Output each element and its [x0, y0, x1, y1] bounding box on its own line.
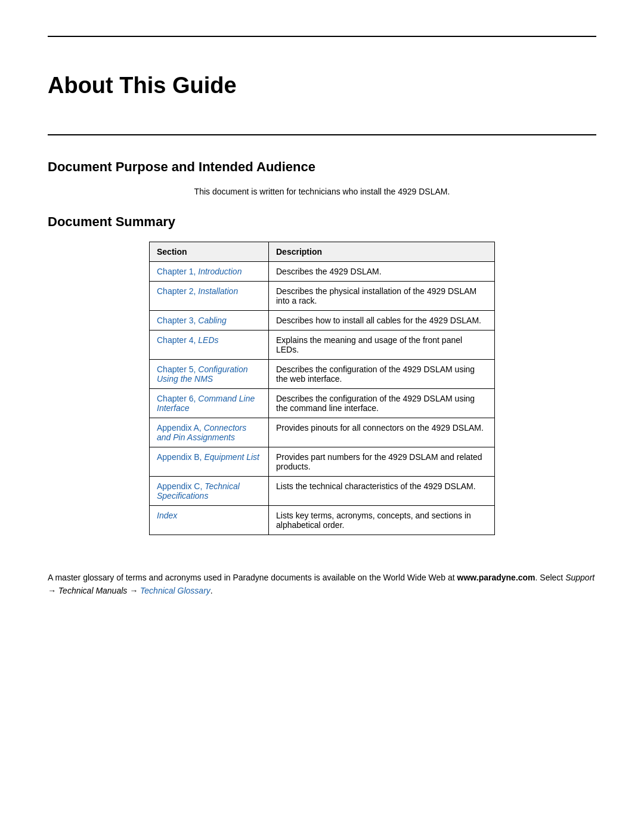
table-header-row: Section Description	[150, 242, 495, 262]
section-link-7[interactable]: Equipment List	[204, 452, 259, 462]
footer-note-paragraph: A master glossary of terms and acronyms …	[48, 571, 596, 598]
footer-note-text2: . Select	[535, 573, 566, 582]
table-row: Chapter 1, IntroductionDescribes the 492…	[150, 262, 495, 282]
technical-glossary-link[interactable]: Technical Glossary	[140, 586, 210, 595]
section-link-2[interactable]: Cabling	[198, 316, 226, 325]
table-row: Chapter 6, Command Line InterfaceDescrib…	[150, 389, 495, 418]
table-cell-section-4: Chapter 5, Configuration Using the NMS	[150, 360, 269, 389]
table-cell-description-7: Provides part numbers for the 4929 DSLAM…	[269, 447, 495, 477]
table-row: Appendix B, Equipment ListProvides part …	[150, 447, 495, 477]
table-cell-section-6: Appendix A, Connectors and Pin Assignmen…	[150, 418, 269, 447]
section-prefix-7: Appendix B,	[157, 452, 204, 462]
table-row: Appendix A, Connectors and Pin Assignmen…	[150, 418, 495, 447]
col-description-header: Description	[269, 242, 495, 262]
table-row: Chapter 2, InstallationDescribes the phy…	[150, 282, 495, 311]
table-row: Appendix C, Technical SpecificationsList…	[150, 477, 495, 506]
title-section: About This Guide	[0, 37, 644, 134]
footer-note-text1: A master glossary of terms and acronyms …	[48, 573, 457, 582]
table-cell-description-5: Describes the configuration of the 4929 …	[269, 389, 495, 418]
table-row: Chapter 3, CablingDescribes how to insta…	[150, 311, 495, 330]
section-prefix-4: Chapter 5,	[157, 365, 198, 374]
purpose-heading: Document Purpose and Intended Audience	[48, 159, 596, 175]
summary-table: Section Description Chapter 1, Introduct…	[149, 242, 495, 535]
footer-note-text3: .	[210, 586, 213, 595]
table-cell-section-2: Chapter 3, Cabling	[150, 311, 269, 330]
page: About This Guide Document Purpose and In…	[0, 36, 644, 834]
footer-note: A master glossary of terms and acronyms …	[0, 559, 644, 610]
section-link-9[interactable]: Index	[157, 511, 177, 520]
section-link-0[interactable]: Introduction	[198, 267, 242, 276]
table-cell-section-5: Chapter 6, Command Line Interface	[150, 389, 269, 418]
table-cell-description-3: Explains the meaning and usage of the fr…	[269, 330, 495, 360]
table-cell-description-0: Describes the 4929 DSLAM.	[269, 262, 495, 282]
summary-heading: Document Summary	[48, 214, 596, 230]
table-cell-description-4: Describes the configuration of the 4929 …	[269, 360, 495, 389]
section-link-3[interactable]: LEDs	[198, 335, 218, 345]
table-cell-description-9: Lists key terms, acronyms, concepts, and…	[269, 506, 495, 535]
section-prefix-8: Appendix C,	[157, 481, 205, 491]
table-row: IndexLists key terms, acronyms, concepts…	[150, 506, 495, 535]
table-cell-description-2: Describes how to install all cables for …	[269, 311, 495, 330]
table-cell-section-0: Chapter 1, Introduction	[150, 262, 269, 282]
table-cell-description-1: Describes the physical installation of t…	[269, 282, 495, 311]
table-row: Chapter 4, LEDsExplains the meaning and …	[150, 330, 495, 360]
table-cell-section-8: Appendix C, Technical Specifications	[150, 477, 269, 506]
table-cell-section-9: Index	[150, 506, 269, 535]
footer-note-bold: www.paradyne.com	[457, 573, 535, 582]
table-cell-section-7: Appendix B, Equipment List	[150, 447, 269, 477]
table-cell-description-8: Lists the technical characteristics of t…	[269, 477, 495, 506]
section-prefix-5: Chapter 6,	[157, 394, 198, 403]
section-prefix-1: Chapter 2,	[157, 286, 198, 296]
section-prefix-2: Chapter 3,	[157, 316, 198, 325]
table-cell-section-3: Chapter 4, LEDs	[150, 330, 269, 360]
section-prefix-6: Appendix A,	[157, 423, 204, 433]
content-section: Document Purpose and Intended Audience T…	[0, 135, 644, 559]
section-prefix-0: Chapter 1,	[157, 267, 198, 276]
purpose-body: This document is written for technicians…	[48, 187, 596, 196]
table-cell-section-1: Chapter 2, Installation	[150, 282, 269, 311]
table-cell-description-6: Provides pinouts for all connectors on t…	[269, 418, 495, 447]
table-row: Chapter 5, Configuration Using the NMSDe…	[150, 360, 495, 389]
col-section-header: Section	[150, 242, 269, 262]
page-title: About This Guide	[48, 73, 596, 98]
section-prefix-3: Chapter 4,	[157, 335, 198, 345]
section-link-1[interactable]: Installation	[198, 286, 238, 296]
